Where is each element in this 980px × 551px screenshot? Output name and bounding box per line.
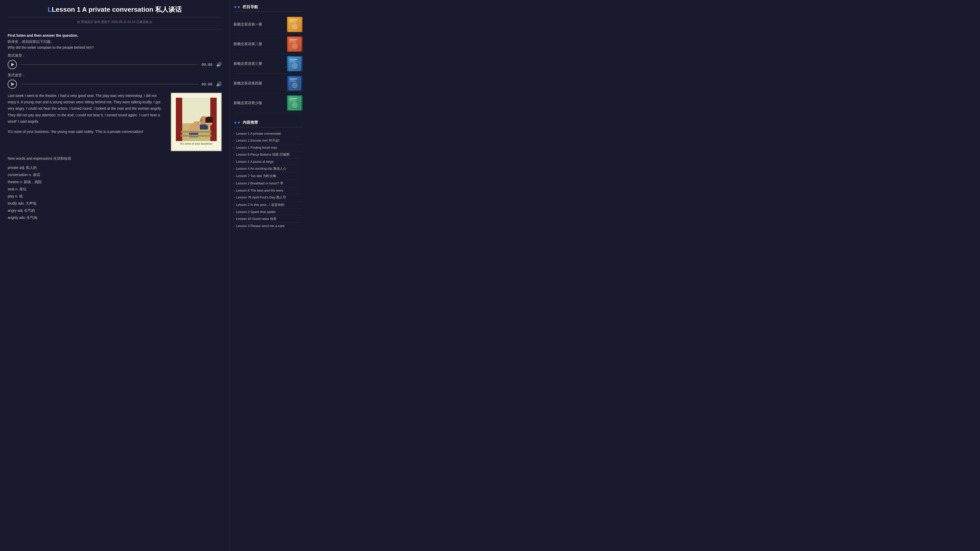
play-british-button[interactable] [8, 60, 17, 69]
svg-rect-32 [290, 80, 295, 80]
book-cover [287, 95, 302, 111]
recommended-item[interactable]: ›Lesson 1 Finding fossil man [234, 144, 302, 151]
page-title: LLesson 1 A private conversation 私人谈话 [8, 5, 222, 17]
book-item[interactable]: 新概念英语第四册 [234, 74, 302, 94]
play-triangle-icon [11, 63, 14, 66]
svg-rect-28 [290, 62, 296, 62]
svg-rect-37 [290, 100, 295, 100]
svg-rect-11 [205, 118, 213, 123]
book-item[interactable]: 新概念英语青少版 [234, 94, 302, 113]
audio-british-time: 00:00 [202, 62, 212, 67]
book-cover [287, 76, 302, 91]
recommended-item[interactable]: ›Lesson 2 Breakfast or lunch? 早 [234, 180, 302, 187]
audio-american-time: 00:00 [202, 82, 212, 86]
recommended-item[interactable]: ›Lesson 3 Please send me a card [234, 223, 302, 229]
svg-rect-8 [200, 124, 208, 130]
vocab-item: private adj. 私人的 [8, 164, 222, 171]
audio-progress-bar[interactable] [21, 64, 198, 65]
recommended-item-label: Lesson 6 Percy Buttons 珀西.巴顿斯 [236, 152, 290, 157]
svg-rect-17 [290, 21, 295, 21]
recommended-arrow-icon: › [234, 174, 234, 178]
recommended-item[interactable]: ›Lesson 6 Percy Buttons 珀西.巴顿斯 [234, 151, 302, 159]
book-title: 新概念英语第三册 [234, 62, 262, 66]
recommended-item[interactable]: ›Lesson 1 A private conversatio [234, 130, 302, 137]
recommended-item-label: Lesson 15 Good news 佳音 [236, 217, 277, 221]
recommended-arrow-icon: › [234, 167, 234, 170]
recommended-item[interactable]: ›Lesson 76 April Fool's Day 愚人节 [234, 194, 302, 201]
new-words-title: New words and expressions 生词和短语 [8, 156, 222, 161]
svg-rect-23 [290, 42, 296, 42]
recommended-arrow-icon: › [234, 189, 234, 192]
recommended-item-label: Lesson 1 Finding fossil man [236, 146, 277, 149]
story-text: Last week I went to the theatre. I had a… [8, 93, 165, 151]
recommended-item[interactable]: ›Lesson 1 A puma at large [234, 159, 302, 165]
recommended-arrow-icon: › [234, 224, 234, 228]
svg-rect-31 [290, 79, 298, 79]
recommended-arrow-icon: › [234, 153, 234, 156]
recommended-arrow-icon: › [234, 182, 234, 185]
story-paragraph-1: Last week I went to the theatre. I had a… [8, 93, 165, 125]
recommended-item-label: Lesson 1 Excuse me! 对不起! [236, 138, 280, 143]
recommended-item[interactable]: ›Lesson 2 Spare that spider [234, 209, 302, 215]
recommended-item[interactable]: ›Lesson 1 Excuse me! 对不起! [234, 137, 302, 144]
audio-american-label: 美式发音： [8, 73, 222, 78]
story-image: 'It's none of your business' [171, 93, 222, 151]
book-item[interactable]: 新概念英语第三册 [234, 54, 302, 74]
recommended-section: ▼▼ 内容推荐 ›Lesson 1 A private conversatio›… [234, 118, 302, 229]
recommended-item-label: Lesson 1 A private conversatio [236, 132, 281, 135]
recommended-item-label: Lesson 76 April Fool's Day 愚人节 [236, 195, 286, 200]
recommended-item-label: Lesson 2 Breakfast or lunch? 早 [236, 181, 283, 186]
vocab-item: conversation n. 谈话 [8, 171, 222, 178]
svg-point-19 [292, 24, 298, 29]
book-cover [287, 17, 302, 32]
play-american-button[interactable] [8, 79, 17, 89]
recommended-arrow-icon: › [234, 203, 234, 206]
navigation-title: 栏目导航 [243, 5, 258, 10]
title-highlight: L [48, 6, 52, 13]
audio-american-player: 00:00 🔊 [8, 79, 222, 89]
book-item[interactable]: 新概念英语第一册 [234, 15, 302, 35]
books-list: 新概念英语第一册 新概念英语第二册 新概念英语第三册 新概念英语第四册 新概念英… [234, 15, 302, 113]
svg-point-29 [292, 63, 298, 68]
recommended-item[interactable]: ›Lesson 2 Is this your...! 这是你的 [234, 201, 302, 209]
audio-british-label: 英式发音： [8, 53, 222, 58]
svg-rect-27 [290, 60, 295, 61]
recommended-item[interactable]: ›Lesson 7 Too late 为时太晚 [234, 172, 302, 180]
svg-rect-26 [290, 59, 298, 60]
audio-volume-icon-2[interactable]: 🔊 [216, 81, 222, 87]
image-caption: 'It's none of your business' [171, 141, 221, 146]
story-image-container: 'It's none of your business' [171, 93, 222, 151]
svg-rect-18 [290, 22, 296, 23]
svg-rect-16 [290, 20, 298, 21]
story-paragraph-2: 'It's none of your business,' the young … [8, 129, 165, 135]
svg-rect-13 [181, 131, 212, 133]
recommended-arrow-icon: › [234, 196, 234, 199]
audio-volume-icon[interactable]: 🔊 [216, 62, 222, 67]
book-item[interactable]: 新概念英语第二册 [234, 35, 302, 54]
content-with-image: Last week I went to the theatre. I had a… [8, 93, 222, 151]
rec-arrow-icon: ▼▼ [234, 121, 241, 125]
instruction-question: Why did the writer complain to the peopl… [8, 45, 222, 49]
book-title: 新概念英语第一册 [234, 22, 262, 27]
instruction-bold: First listen and then answer the questio… [8, 33, 222, 38]
recommended-item-label: Lesson 3 Please send me a card [236, 224, 284, 228]
audio-progress-bar-2[interactable] [21, 84, 198, 84]
nav-arrow-icon: ▼▼ [234, 5, 241, 9]
recommended-item[interactable]: ›Lesson 4 An exciting trip 激动人心 [234, 165, 302, 172]
svg-point-24 [292, 44, 298, 49]
svg-rect-38 [290, 101, 296, 101]
vocab-list: private adj. 私人的conversation n. 谈话theatr… [8, 164, 222, 221]
svg-rect-21 [290, 39, 298, 40]
recommended-list: ›Lesson 1 A private conversatio›Lesson 1… [234, 130, 302, 229]
recommended-item-label: Lesson 1 A puma at large [236, 160, 274, 164]
svg-point-34 [292, 83, 298, 88]
vocab-item: loudly adv. 大声地 [8, 200, 222, 207]
recommended-item-label: Lesson 7 Too late 为时太晚 [236, 174, 276, 178]
recommended-item[interactable]: ›Lesson 8 The best and the wors [234, 187, 302, 194]
book-cover [287, 56, 302, 71]
recommended-item[interactable]: ›Lesson 15 Good news 佳音 [234, 215, 302, 223]
svg-rect-22 [290, 41, 295, 41]
svg-rect-2 [176, 98, 182, 141]
navigation-header: ▼▼ 栏目导航 [234, 3, 302, 12]
divider [8, 29, 222, 30]
